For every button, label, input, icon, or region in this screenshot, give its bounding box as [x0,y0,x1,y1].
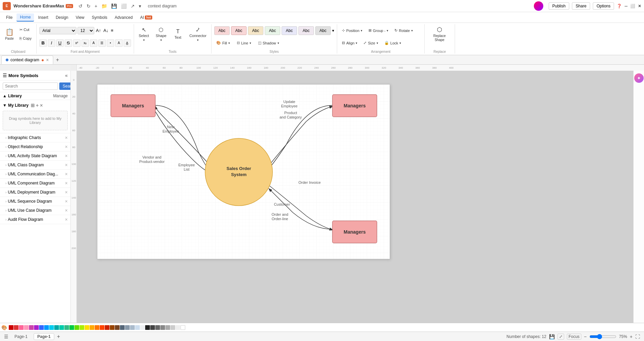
sidebar-item-close[interactable]: × [65,199,68,204]
menu-insert[interactable]: Insert [35,14,52,21]
color-swatch[interactable] [125,325,130,330]
fit-page-btn[interactable]: ⤢ [557,334,564,340]
color-swatch[interactable] [69,325,74,330]
open-btn[interactable]: 📁 [100,3,108,9]
shadow-btn[interactable]: ◫ Shadow ▾ [256,39,281,47]
color-swatch[interactable] [74,325,79,330]
underline-btn[interactable]: U [56,39,64,47]
color-swatch[interactable] [19,325,24,330]
color-swatch[interactable] [39,325,44,330]
sidebar-item-close[interactable]: × [65,153,68,159]
strike-btn[interactable]: S [65,39,72,47]
color-swatch[interactable] [9,325,13,330]
sidebar-item-close[interactable]: × [65,180,68,186]
color-swatch[interactable] [175,325,180,330]
color-swatch[interactable] [24,325,29,330]
undo-btn[interactable]: ↺ [77,3,84,9]
style-swatch-5[interactable]: Abc [282,26,297,35]
color-swatch[interactable] [130,325,135,330]
bold-btn[interactable]: B [39,39,47,47]
highlight-btn[interactable]: A̲ [124,39,131,47]
color-swatch[interactable] [115,325,120,330]
list-btn[interactable]: ☰ [98,39,106,47]
sidebar-item-close[interactable]: × [65,217,68,222]
sidebar-item-close[interactable]: × [65,162,68,168]
color-swatch[interactable] [90,325,94,330]
superscript-btn[interactable]: x² [73,39,80,47]
position-btn[interactable]: ⊹ Position ▾ [340,26,364,35]
options-btn[interactable]: Options [593,2,614,10]
my-library-close-btn[interactable]: × [40,103,43,108]
italic-btn[interactable]: I [48,39,55,47]
tab-context-diagram[interactable]: context diagram ● × [1,56,53,64]
color-swatch[interactable] [59,325,64,330]
style-swatch-1[interactable]: Abc [214,26,230,35]
copy-btn[interactable]: ⎘ Copy [18,34,34,42]
sidebar-item-uml-sequence[interactable]: › UML Sequence Diagram × [0,197,70,206]
rotate-btn[interactable]: ↻ Rotate ▾ [392,26,415,35]
increase-font-btn[interactable]: A↑ [95,27,102,34]
manage-link[interactable]: Manage [53,94,68,98]
color-picker-icon[interactable]: 🎨 [1,325,7,330]
diagram-page[interactable]: Managers Managers Managers Sales Order S… [97,84,390,259]
color-swatch[interactable] [49,325,54,330]
menu-symbols[interactable]: Symbols [89,14,111,21]
font-color-btn[interactable]: A [115,39,123,47]
fullscreen-btn[interactable]: ⛶ [635,334,640,339]
sidebar-collapse-btn[interactable]: « [65,73,68,78]
page-tab-1[interactable]: Page-1 [11,334,31,340]
library-chevron[interactable]: ▲ [3,94,7,98]
search-button[interactable]: Search [59,82,71,90]
color-swatch[interactable] [44,325,49,330]
style-swatch-6[interactable]: Abc [298,26,314,35]
sidebar-item-uml-communication[interactable]: › UML Communication Diag... × [0,170,70,179]
line-btn[interactable]: ⊟ Line ▾ [235,39,253,47]
search-input[interactable] [3,82,58,90]
user-avatar[interactable] [534,1,543,11]
style-swatch-4[interactable]: Abc [265,26,280,35]
add-page-btn[interactable]: + [57,334,60,340]
connector-btn[interactable]: ⤦ Connector ▾ [187,26,208,42]
color-swatch[interactable] [79,325,84,330]
menu-advanced[interactable]: Advanced [111,14,136,21]
sidebar-toggle-btn[interactable]: ☰ [4,334,8,339]
color-swatch[interactable] [160,325,165,330]
lock-btn[interactable]: 🔒 Lock ▾ [382,39,403,47]
sidebar-menu-icon[interactable]: ☰ [3,73,7,78]
decrease-font-btn[interactable]: A↓ [103,27,109,34]
share-btn[interactable]: Share [572,2,590,10]
new-btn[interactable]: + [93,3,99,9]
sidebar-item-object-rel[interactable]: › Object Relationship × [0,142,70,151]
maximize-btn[interactable]: ⬜ [630,4,635,8]
subscript-btn[interactable]: x₂ [82,39,89,47]
cut-btn[interactable]: ✂ Cut [18,26,34,34]
sidebar-item-uml-component[interactable]: › UML Component Diagram × [0,179,70,188]
text-btn[interactable]: T Text [171,26,185,42]
canvas-area[interactable]: Managers Managers Managers Sales Order S… [77,71,633,323]
color-swatch[interactable] [155,325,160,330]
color-swatch[interactable] [170,325,175,330]
save-btn[interactable]: 💾 [110,3,118,9]
color-swatch[interactable] [14,325,19,330]
font-expand-btn[interactable]: A [90,39,97,47]
sidebar-item-infographic[interactable]: › Infographic Charts × [0,133,70,142]
focus-btn[interactable]: Focus [567,334,581,340]
sidebar-item-uml-deployment[interactable]: › UML Deployment Diagram × [0,188,70,197]
color-swatch[interactable] [135,325,140,330]
sidebar-item-close[interactable]: × [65,144,68,149]
color-swatch[interactable] [145,325,150,330]
color-swatch[interactable] [54,325,59,330]
tab-close-btn[interactable]: × [46,57,49,63]
publish-btn[interactable]: Publish [549,2,569,10]
help-btn[interactable]: ❓ [617,4,622,8]
menu-view[interactable]: View [72,14,88,21]
replace-shape-btn[interactable]: ⬡ Replace Shape [427,26,452,42]
bullet-btn[interactable]: • [107,39,114,47]
menu-ai[interactable]: AI hot [137,14,156,21]
sidebar-item-uml-activity[interactable]: › UML Activity State Diagram × [0,151,70,161]
sidebar-item-close[interactable]: × [65,208,68,213]
color-swatch[interactable] [100,325,104,330]
export-btn[interactable]: ↗ [129,3,136,9]
font-size-select[interactable]: 12 [77,27,94,34]
font-select[interactable]: Arial [39,27,76,34]
